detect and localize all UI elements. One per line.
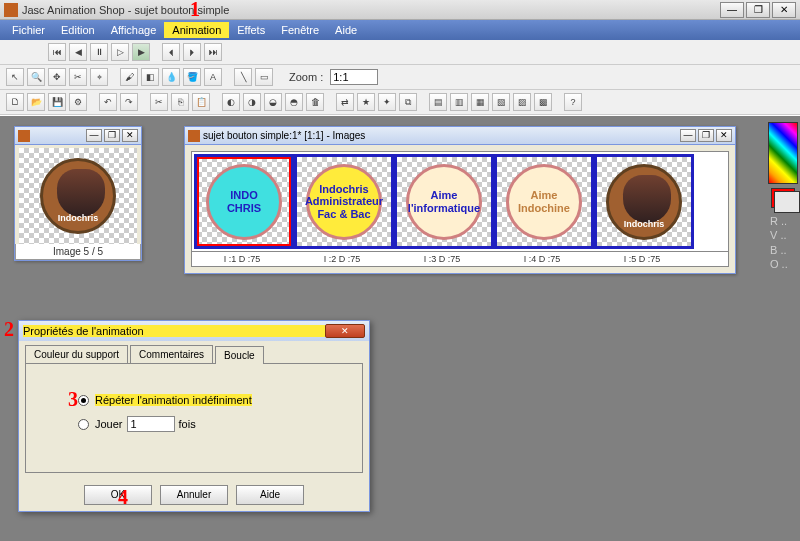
menu-edition[interactable]: Edition [53, 22, 103, 38]
preview-window[interactable]: — ❐ ✕ Indochris Image 5 / 5 [14, 126, 142, 261]
registration-tool-icon[interactable]: ⌖ [90, 68, 108, 86]
pause-button[interactable]: ⏸ [90, 43, 108, 61]
step-back-button[interactable]: ⏴ [162, 43, 180, 61]
open-icon[interactable]: 📂 [27, 93, 45, 111]
animation-properties-dialog: Propriétés de l'animation ✕ Couleur du s… [18, 320, 370, 512]
play-button[interactable]: ▶ [132, 43, 150, 61]
ok-button[interactable]: OK [84, 485, 152, 505]
tools-toolbar: ↖ 🔍 ✥ ✂ ⌖ 🖌 ◧ 💧 🪣 A ╲ ▭ Zoom : 1:1 [0, 65, 800, 90]
preview-close-button[interactable]: ✕ [122, 129, 138, 142]
toggle-c-icon[interactable]: ◒ [264, 93, 282, 111]
frames-close-button[interactable]: ✕ [716, 129, 732, 142]
frame-1[interactable]: INDOCHRIS [194, 154, 294, 249]
app-icon [4, 3, 18, 17]
repeat-indefinitely-row[interactable]: Répéter l'animation indéfiniment [78, 394, 346, 406]
preview-max-button[interactable]: ❐ [104, 129, 120, 142]
menu-fenetre[interactable]: Fenêtre [273, 22, 327, 38]
prev-frame-button[interactable]: ◀ [69, 43, 87, 61]
export-psp-icon[interactable]: ⇄ [336, 93, 354, 111]
frame-5[interactable]: Indochris [594, 154, 694, 249]
stop-button[interactable]: ▷ [111, 43, 129, 61]
preview-browser-icon[interactable]: ▩ [534, 93, 552, 111]
rgb-o-label: O .. [770, 257, 796, 271]
redo-icon[interactable]: ↷ [120, 93, 138, 111]
delete-icon[interactable]: 🗑 [306, 93, 324, 111]
app-title: Jasc Animation Shop - sujet bouton simpl… [22, 4, 720, 16]
view-anim-icon[interactable]: ▦ [471, 93, 489, 111]
help-icon[interactable]: ? [564, 93, 582, 111]
menu-animation[interactable]: Animation [164, 22, 229, 38]
step-fwd-button[interactable]: ⏵ [183, 43, 201, 61]
frame-strip: INDOCHRIS IndochrisAdministrateurFac & B… [191, 151, 729, 252]
brush-tool-icon[interactable]: 🖌 [120, 68, 138, 86]
color-picker-icon[interactable] [768, 122, 798, 184]
repeat-radio[interactable] [78, 395, 89, 406]
frame-3[interactable]: Aimel'informatique [394, 154, 494, 249]
frames-window[interactable]: sujet bouton simple:1* [1:1] - Images — … [184, 126, 736, 274]
frame-1-label: I :1 D :75 [192, 252, 292, 266]
wizard-icon[interactable]: ⚙ [69, 93, 87, 111]
toggle-a-icon[interactable]: ◐ [222, 93, 240, 111]
toggle-b-icon[interactable]: ◑ [243, 93, 261, 111]
undo-icon[interactable]: ↶ [99, 93, 117, 111]
line-tool-icon[interactable]: ╲ [234, 68, 252, 86]
toggle-d-icon[interactable]: ◓ [285, 93, 303, 111]
frame-3-label: I :3 D :75 [392, 252, 492, 266]
window-close-button[interactable]: ✕ [772, 2, 796, 18]
zoom-label: Zoom : [289, 71, 323, 83]
menu-fichier[interactable]: Fichier [4, 22, 53, 38]
preview-caption: Image 5 / 5 [15, 244, 141, 260]
frame-labels: I :1 D :75 I :2 D :75 I :3 D :75 I :4 D … [191, 252, 729, 267]
frames-min-button[interactable]: — [680, 129, 696, 142]
tab-boucle[interactable]: Boucle [215, 346, 264, 364]
copy-icon[interactable]: ⎘ [171, 93, 189, 111]
play-radio[interactable] [78, 419, 89, 430]
playback-toolbar: ⏮ ◀ ⏸ ▷ ▶ ⏴ ⏵ ⏭ [0, 40, 800, 65]
shape-tool-icon[interactable]: ▭ [255, 68, 273, 86]
preview-canvas: Indochris [19, 148, 137, 244]
move-tool-icon[interactable]: ✥ [48, 68, 66, 86]
dialog-tabs: Couleur du support Commentaires Boucle [19, 341, 369, 363]
cut-icon[interactable]: ✂ [150, 93, 168, 111]
zoom-tool-icon[interactable]: 🔍 [27, 68, 45, 86]
text-effects-icon[interactable]: ✦ [378, 93, 396, 111]
cancel-button[interactable]: Annuler [160, 485, 228, 505]
save-icon[interactable]: 💾 [48, 93, 66, 111]
menu-affichage[interactable]: Affichage [103, 22, 165, 38]
menu-effets[interactable]: Effets [229, 22, 273, 38]
play-suffix: fois [179, 418, 196, 430]
preview-min-button[interactable]: — [86, 129, 102, 142]
anim-props-icon[interactable]: ▥ [450, 93, 468, 111]
frame-props-icon[interactable]: ▤ [429, 93, 447, 111]
frame-2[interactable]: IndochrisAdministrateurFac & Bac [294, 154, 394, 249]
zoom-select[interactable]: 1:1 [330, 69, 378, 85]
effects-icon[interactable]: ★ [357, 93, 375, 111]
frame-2-label: I :2 D :75 [292, 252, 392, 266]
frame-4[interactable]: AimeIndochine [494, 154, 594, 249]
play-count-input[interactable]: 1 [127, 416, 175, 432]
new-icon[interactable]: 🗋 [6, 93, 24, 111]
crop-tool-icon[interactable]: ✂ [69, 68, 87, 86]
play-n-times-row[interactable]: Jouer 1 fois [78, 416, 346, 432]
tab-commentaires[interactable]: Commentaires [130, 345, 213, 363]
tab-couleur-support[interactable]: Couleur du support [25, 345, 128, 363]
resize-icon[interactable]: ▧ [492, 93, 510, 111]
window-minimize-button[interactable]: — [720, 2, 744, 18]
first-frame-button[interactable]: ⏮ [48, 43, 66, 61]
arrow-tool-icon[interactable]: ↖ [6, 68, 24, 86]
window-maximize-button[interactable]: ❐ [746, 2, 770, 18]
fill-tool-icon[interactable]: 🪣 [183, 68, 201, 86]
eraser-tool-icon[interactable]: ◧ [141, 68, 159, 86]
optimize-icon[interactable]: ▨ [513, 93, 531, 111]
help-button[interactable]: Aide [236, 485, 304, 505]
play-label: Jouer [95, 418, 123, 430]
transition-icon[interactable]: ⧉ [399, 93, 417, 111]
last-frame-button[interactable]: ⏭ [204, 43, 222, 61]
menu-aide[interactable]: Aide [327, 22, 365, 38]
frames-max-button[interactable]: ❐ [698, 129, 714, 142]
paste-icon[interactable]: 📋 [192, 93, 210, 111]
text-tool-icon[interactable]: A [204, 68, 222, 86]
fg-bg-swatch[interactable] [771, 188, 795, 208]
dialog-close-button[interactable]: ✕ [325, 324, 365, 338]
dropper-tool-icon[interactable]: 💧 [162, 68, 180, 86]
